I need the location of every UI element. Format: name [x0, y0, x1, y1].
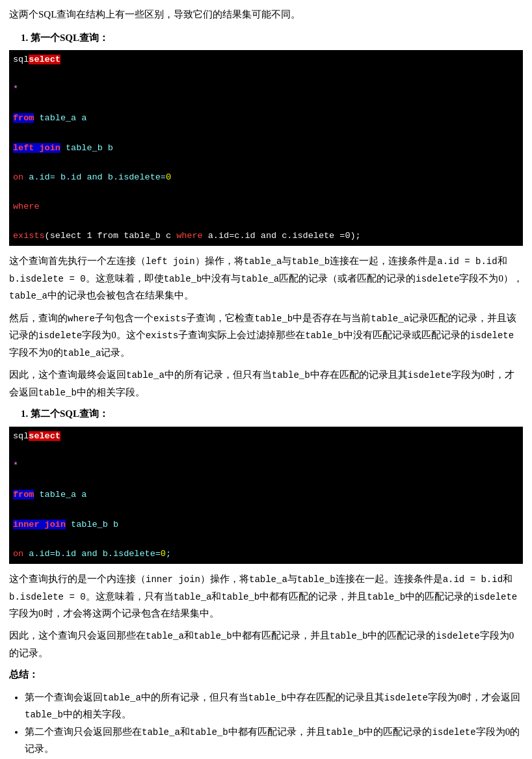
para2-2: 因此，这个查询只会返回那些在table_a和table_b中都有匹配记录，并且t…	[9, 627, 523, 661]
sql-code-block-2: sqlselect * from table_a a inner join ta…	[9, 427, 523, 564]
sql-code-block-1: sqlselect * from table_a a left join tab…	[9, 50, 523, 246]
bullet-item-2: 第二个查询只会返回那些在table_a和table_b中都有匹配记录，并且tab…	[25, 723, 523, 758]
section2-title: 1. 第二个SQL查询：	[21, 406, 523, 423]
bullet-item-1: 第一个查询会返回table_a中的所有记录，但只有当table_b中存在匹配的记…	[25, 689, 523, 723]
intro-text: 这两个SQL查询在结构上有一些区别，导致它们的结果集可能不同。	[9, 7, 523, 23]
summary-title: 总结：	[9, 667, 523, 684]
summary-list: 第一个查询会返回table_a中的所有记录，但只有当table_b中存在匹配的记…	[18, 689, 523, 758]
section1-title: 1. 第一个SQL查询：	[21, 30, 523, 47]
para1-3: 因此，这个查询最终会返回table_a中的所有记录，但只有当table_b中存在…	[9, 366, 523, 401]
para1-1: 这个查询首先执行一个左连接（left join）操作，将table_a与tabl…	[9, 252, 523, 304]
para2-1: 这个查询执行的是一个内连接（inner join）操作，将table_a与tab…	[9, 570, 523, 622]
para1-2: 然后，查询的where子句包含一个exists子查询，它检查table_b中是否…	[9, 310, 523, 362]
